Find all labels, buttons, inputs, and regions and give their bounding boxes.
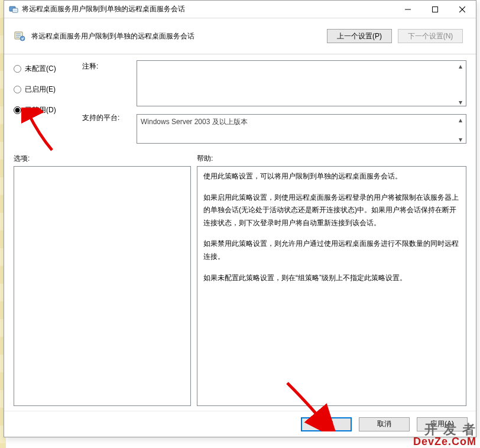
help-label: 帮助: xyxy=(197,154,213,164)
prev-setting-button[interactable]: 上一个设置(P) xyxy=(327,29,392,43)
next-setting-button: 下一个设置(N) xyxy=(398,29,463,43)
watermark-line2: DevZe.CoM xyxy=(413,436,476,447)
radio-enabled-input[interactable] xyxy=(14,86,21,93)
ok-button[interactable]: 确定 xyxy=(301,417,352,431)
nav-buttons-group: 上一个设置(P) 下一个设置(N) xyxy=(327,29,463,43)
scroll-up-icon[interactable]: ▴ xyxy=(456,61,465,71)
dialog-header: 将远程桌面服务用户限制到单独的远程桌面服务会话 上一个设置(P) 下一个设置(N… xyxy=(4,18,476,54)
radio-disabled-label: 已禁用(D) xyxy=(25,105,56,115)
window-title: 将远程桌面服务用户限制到单独的远程桌面服务会话 xyxy=(22,4,394,14)
comment-scrollbar[interactable]: ▴ ▾ xyxy=(456,61,465,107)
fields-column: ▴ ▾ ▴ ▾ xyxy=(137,60,466,145)
policy-icon xyxy=(14,30,25,42)
close-button[interactable] xyxy=(449,1,476,18)
options-panel xyxy=(14,166,191,406)
radio-group: 未配置(C) 已启用(E) 已禁用(D) xyxy=(14,60,75,145)
svg-rect-2 xyxy=(14,9,17,11)
dialog-window: 将远程桌面服务用户限制到单独的远程桌面服务会话 将远程桌面 xyxy=(4,0,476,437)
supported-label: 支持的平台: xyxy=(82,113,129,123)
radio-not-configured-label: 未配置(C) xyxy=(25,64,56,74)
dialog-footer: 确定 取消 应用(A) xyxy=(4,411,476,437)
supported-field xyxy=(137,114,466,144)
maximize-button[interactable] xyxy=(421,1,449,18)
help-paragraph: 如果禁用此策略设置，则允许用户通过使用远程桌面服务进行不限数量的同时远程连接。 xyxy=(203,238,460,263)
window-controls xyxy=(394,1,476,18)
settings-region: 未配置(C) 已启用(E) 已禁用(D) 注释: 支持的平台: ▴ ▾ xyxy=(4,54,476,150)
radio-enabled-label: 已启用(E) xyxy=(25,85,56,95)
mid-labels-row: 选项: 帮助: xyxy=(4,150,476,166)
help-paragraph: 如果未配置此策略设置，则在“组策略”级别上不指定此策略设置。 xyxy=(203,272,460,285)
radio-enabled[interactable]: 已启用(E) xyxy=(14,85,75,95)
main-panels: 使用此策略设置，可以将用户限制到单独的远程桌面服务会话。 如果启用此策略设置，则… xyxy=(4,166,476,411)
radio-disabled-input[interactable] xyxy=(14,106,21,114)
supported-scrollbar: ▴ ▾ xyxy=(456,115,465,144)
cancel-button[interactable]: 取消 xyxy=(359,417,410,431)
policy-title: 将远程桌面服务用户限制到单独的远程桌面服务会话 xyxy=(31,31,327,41)
help-paragraph: 如果启用此策略设置，则使用远程桌面服务远程登录的用户将被限制在该服务器上的单独会… xyxy=(203,191,460,230)
minimize-button[interactable] xyxy=(394,1,421,18)
comment-field[interactable] xyxy=(137,60,466,106)
radio-disabled[interactable]: 已禁用(D) xyxy=(14,105,75,115)
help-panel: 使用此策略设置，可以将用户限制到单独的远程桌面服务会话。 如果启用此策略设置，则… xyxy=(197,166,466,406)
scroll-down-icon[interactable]: ▾ xyxy=(456,98,465,107)
help-paragraph: 使用此策略设置，可以将用户限制到单独的远程桌面服务会话。 xyxy=(203,170,460,183)
app-icon xyxy=(9,5,18,14)
options-label: 选项: xyxy=(14,154,197,164)
field-labels-column: 注释: 支持的平台: xyxy=(82,60,129,145)
radio-not-configured-input[interactable] xyxy=(14,65,21,73)
comment-label: 注释: xyxy=(82,61,129,72)
scroll-down-icon: ▾ xyxy=(456,135,465,144)
comment-field-wrap: ▴ ▾ xyxy=(137,60,466,108)
titlebar: 将远程桌面服务用户限制到单独的远程桌面服务会话 xyxy=(4,1,476,18)
radio-not-configured[interactable]: 未配置(C) xyxy=(14,64,75,74)
svg-point-11 xyxy=(20,36,25,41)
apply-button[interactable]: 应用(A) xyxy=(417,417,468,431)
supported-field-wrap: ▴ ▾ xyxy=(137,114,466,145)
scroll-up-icon: ▴ xyxy=(456,115,465,125)
svg-rect-4 xyxy=(433,7,438,12)
